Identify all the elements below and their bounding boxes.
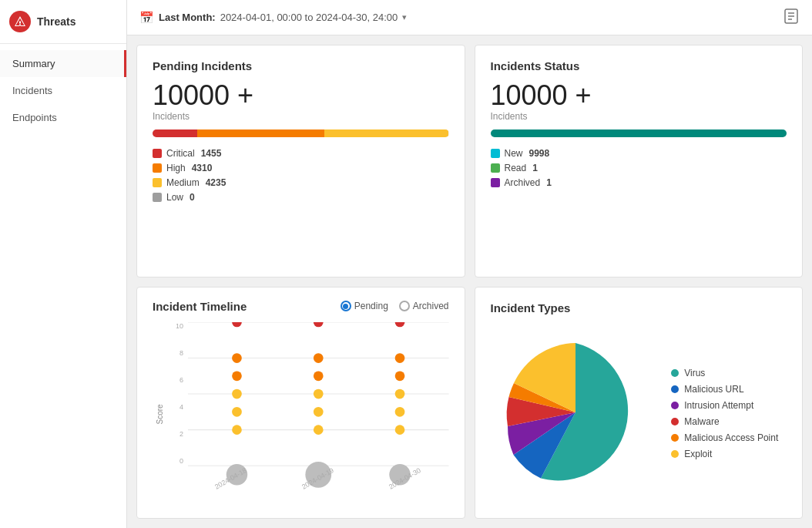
pdf-export-button[interactable] <box>783 8 800 27</box>
malicious-access-point-dot <box>671 434 679 442</box>
radio-archived-label: Archived <box>413 301 449 311</box>
svg-point-15 <box>232 425 242 435</box>
legend-item-read: Read 1 <box>491 163 787 173</box>
pending-incidents-title: Pending Incidents <box>153 59 449 72</box>
incidents-status-bar <box>491 129 787 137</box>
incidents-status-card: Incidents Status 10000 + Incidents New 9… <box>475 45 804 277</box>
new-label: New <box>505 148 523 159</box>
virus-dot <box>671 369 679 377</box>
svg-point-20 <box>314 388 324 399</box>
incident-timeline-card: Incident Timeline Pending Archived <box>136 287 465 520</box>
read-label: Read <box>505 163 527 173</box>
sidebar-header: Threats <box>0 0 126 44</box>
types-content: Virus Malicious URL Intrusion Attempt Ma… <box>491 324 787 505</box>
incidents-status-legend: New 9998 Read 1 Archived 1 <box>491 148 787 188</box>
legend-item-intrusion-attempt: Intrusion Attempt <box>671 400 778 411</box>
high-dot <box>153 163 162 173</box>
legend-item-malicious-access-point: Malicious Access Point <box>671 432 778 443</box>
pending-incidents-legend: Critical 1455 High 4310 Medium 4235 Low … <box>153 148 449 203</box>
svg-point-25 <box>395 353 405 363</box>
svg-point-17 <box>314 322 324 327</box>
pending-incidents-bar <box>153 129 449 137</box>
timeline-radio-group: Pending Archived <box>341 301 449 311</box>
timeline-header: Incident Timeline Pending Archived <box>153 300 449 313</box>
radio-pending-inner <box>343 304 348 309</box>
date-filter[interactable]: 📅 Last Month: 2024-04-01, 00:00 to 2024-… <box>139 11 407 25</box>
svg-point-27 <box>395 388 405 399</box>
radio-pending[interactable]: Pending <box>341 301 388 311</box>
legend-item-archived: Archived 1 <box>491 177 787 188</box>
main-content: 📅 Last Month: 2024-04-01, 00:00 to 2024-… <box>127 0 812 528</box>
chevron-down-icon: ▾ <box>402 12 407 22</box>
malware-label: Malware <box>684 416 719 427</box>
pending-incidents-count: 10000 + <box>153 82 449 109</box>
calendar-icon: 📅 <box>139 11 154 25</box>
legend-item-new: New 9998 <box>491 148 787 159</box>
new-value: 9998 <box>529 148 550 159</box>
svg-point-29 <box>395 425 405 435</box>
new-dot <box>491 149 500 158</box>
critical-bar-segment <box>153 129 197 137</box>
virus-label: Virus <box>684 368 705 378</box>
app-title: Threats <box>37 15 76 28</box>
sidebar-nav: Summary Incidents Endpoints <box>0 44 126 137</box>
dashboard-grid: Pending Incidents 10000 + Incidents Crit… <box>127 35 812 528</box>
types-legend: Virus Malicious URL Intrusion Attempt Ma… <box>671 368 778 459</box>
malware-dot <box>671 418 679 425</box>
sidebar-item-endpoints[interactable]: Endpoints <box>0 104 126 131</box>
legend-item-virus: Virus <box>671 368 778 378</box>
intrusion-attempt-dot <box>671 402 679 409</box>
incidents-status-label: Incidents <box>491 111 787 122</box>
incident-types-title: Incident Types <box>491 301 787 314</box>
read-dot <box>491 163 500 173</box>
threats-icon <box>9 11 31 32</box>
medium-bar-segment <box>324 129 448 137</box>
read-value: 1 <box>532 163 538 173</box>
critical-label: Critical <box>166 148 195 159</box>
legend-item-medium: Medium 4235 <box>153 177 449 188</box>
pending-incidents-card: Pending Incidents 10000 + Incidents Crit… <box>136 45 465 277</box>
incident-types-card: Incident Types <box>475 287 804 520</box>
archived-label: Archived <box>505 177 541 188</box>
svg-point-12 <box>232 371 242 381</box>
svg-point-22 <box>314 425 324 435</box>
sidebar: Threats Summary Incidents Endpoints <box>0 0 127 528</box>
malicious-url-label: Malicious URL <box>684 384 743 395</box>
malicious-access-point-label: Malicious Access Point <box>684 432 778 443</box>
incidents-status-title: Incidents Status <box>491 59 787 72</box>
low-dot <box>153 193 162 202</box>
y-axis-label: Score <box>153 322 166 506</box>
legend-item-critical: Critical 1455 <box>153 148 449 159</box>
incidents-status-count: 10000 + <box>491 82 787 109</box>
high-value: 4310 <box>192 163 213 173</box>
legend-item-malicious-url: Malicious URL <box>671 384 778 395</box>
legend-item-exploit: Exploit <box>671 449 778 459</box>
svg-point-18 <box>314 353 324 363</box>
critical-value: 1455 <box>201 148 222 159</box>
medium-value: 4235 <box>206 177 226 188</box>
critical-dot <box>153 149 162 158</box>
low-value: 0 <box>190 192 195 203</box>
svg-point-13 <box>232 388 242 399</box>
sidebar-item-incidents[interactable]: Incidents <box>0 77 126 104</box>
radio-archived-circle <box>399 301 410 311</box>
svg-point-10 <box>232 322 242 327</box>
svg-point-14 <box>232 407 242 417</box>
low-label: Low <box>166 192 183 203</box>
exploit-label: Exploit <box>684 449 712 459</box>
legend-item-malware: Malware <box>671 416 778 427</box>
archived-value: 1 <box>546 177 552 188</box>
sidebar-item-summary[interactable]: Summary <box>0 50 126 77</box>
legend-item-high: High 4310 <box>153 163 449 173</box>
status-bar-segment <box>491 129 787 137</box>
legend-item-low: Low 0 <box>153 192 449 203</box>
high-bar-segment <box>197 129 324 137</box>
svg-point-11 <box>232 353 242 363</box>
pending-incidents-label: Incidents <box>153 111 449 122</box>
radio-archived[interactable]: Archived <box>399 301 449 311</box>
timeline-title: Incident Timeline <box>153 300 247 313</box>
malicious-url-dot <box>671 385 679 393</box>
exploit-dot <box>671 450 679 458</box>
radio-pending-label: Pending <box>354 301 388 311</box>
archived-dot <box>491 178 500 187</box>
